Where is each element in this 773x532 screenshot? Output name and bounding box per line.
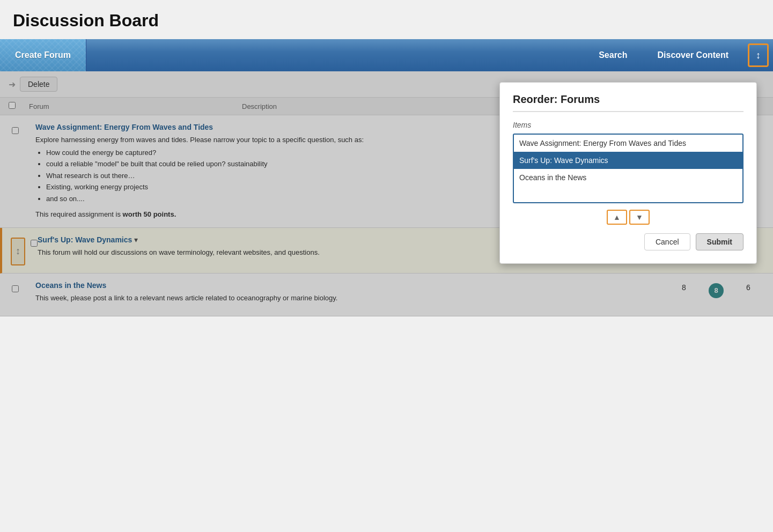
modal-items-label: Items (513, 121, 743, 129)
modal-actions: Cancel Submit (513, 233, 743, 250)
move-down-button[interactable]: ▼ (629, 210, 650, 225)
submit-button[interactable]: Submit (696, 233, 743, 250)
modal-controls: ▲ ▼ (513, 210, 743, 225)
cancel-button[interactable]: Cancel (644, 233, 690, 250)
search-button[interactable]: Search (584, 39, 642, 71)
reorder-button[interactable]: ↕ (748, 43, 769, 67)
listbox-empty-space (514, 186, 742, 202)
toolbar: Create Forum Search Discover Content ↕ (0, 39, 773, 71)
create-forum-button[interactable]: Create Forum (0, 39, 86, 71)
listbox-item-selected[interactable]: Surf's Up: Wave Dynamics (514, 152, 742, 169)
move-up-button[interactable]: ▲ (607, 210, 627, 225)
content-area: ➜ Delete Forum Description Wave Assignme… (0, 71, 773, 316)
listbox-item[interactable]: Oceans in the News (514, 169, 742, 186)
reorder-modal: Reorder: Forums Items Wave Assignment: E… (499, 82, 757, 264)
modal-title: Reorder: Forums (513, 93, 743, 112)
modal-listbox[interactable]: Wave Assignment: Energy From Waves and T… (513, 134, 743, 203)
page-title: Discussion Board (0, 0, 773, 39)
listbox-item[interactable]: Wave Assignment: Energy From Waves and T… (514, 135, 742, 152)
discover-content-button[interactable]: Discover Content (643, 39, 743, 71)
